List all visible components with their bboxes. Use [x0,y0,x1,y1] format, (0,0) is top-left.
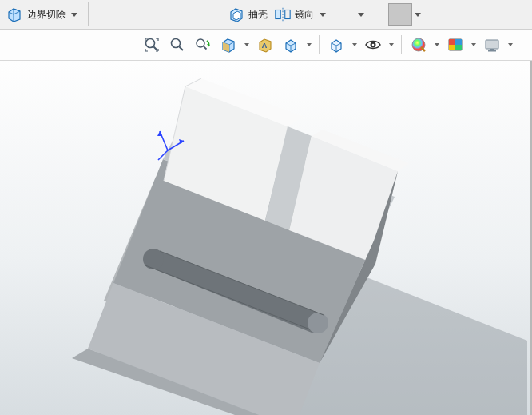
edit-appearance-button[interactable] [407,33,431,57]
hide-show-arrow[interactable] [387,33,396,57]
svg-point-7 [197,39,204,47]
boundary-cut-label: 边界切除 [27,8,66,22]
svg-line-8 [204,46,207,50]
caret-down-icon [244,43,249,46]
caret-down-icon [389,43,394,46]
caret-down-icon [508,43,513,46]
view-settings-arrow[interactable] [506,33,515,57]
dynamic-annotation-button[interactable]: A [253,33,277,57]
caret-down-icon [307,43,312,46]
section-view-arrow[interactable] [242,33,252,57]
hide-show-items-button[interactable] [361,33,385,57]
toolbar-separator [319,35,320,54]
svg-rect-0 [276,10,280,19]
svg-rect-16 [449,45,455,50]
svg-rect-17 [455,45,462,50]
toolbar-separator-2 [401,35,402,54]
swatch-arrow[interactable] [412,2,423,26]
view-orientation-arrow[interactable] [304,33,314,57]
svg-rect-19 [490,49,494,50]
svg-point-22 [308,313,328,333]
zoom-to-fit-button[interactable] [140,33,164,57]
display-style-button[interactable] [324,33,348,57]
caret-down-icon [71,13,77,17]
caret-down-icon [320,13,326,17]
shell-button[interactable]: 抽壳 [224,2,271,26]
model-canvas [0,61,532,415]
svg-point-3 [146,39,155,48]
svg-line-6 [179,46,183,50]
display-style-arrow[interactable] [350,33,359,57]
caret-down-icon [352,43,357,46]
ribbon-arrow-3[interactable] [355,2,367,26]
mirror-label: 镜向 [295,8,314,22]
previous-view-button[interactable] [191,33,215,57]
svg-rect-18 [486,40,498,49]
view-orientation-button[interactable] [279,33,303,57]
caret-down-icon [415,13,421,17]
ribbon-separator [88,2,89,26]
shell-icon [228,6,245,23]
svg-point-11 [372,44,375,46]
boundary-cut-button[interactable]: 边界切除 [3,2,69,26]
color-swatch[interactable] [388,3,412,26]
svg-line-4 [153,46,157,50]
svg-text:A: A [262,42,268,50]
caret-down-icon [471,43,476,46]
apply-scene-button[interactable] [443,33,467,57]
view-settings-button[interactable] [480,33,504,57]
edit-appearance-arrow[interactable] [432,33,442,57]
ribbon-features: 边界切除 抽壳 镜向 [0,0,532,30]
shell-label: 抽壳 [248,8,268,22]
ribbon-arrow-2[interactable] [317,2,328,26]
svg-rect-2 [285,10,290,19]
ribbon-separator-2 [375,2,375,26]
caret-down-icon [358,13,364,17]
section-view-button[interactable] [216,33,240,57]
zoom-to-area-button[interactable] [165,33,189,57]
svg-rect-15 [455,39,462,45]
mirror-button[interactable]: 镜向 [271,2,317,26]
caret-down-icon [435,43,439,46]
svg-rect-20 [488,50,496,52]
apply-scene-arrow[interactable] [469,33,478,57]
svg-point-5 [172,39,181,48]
boundary-cut-icon [6,6,24,23]
graphics-viewport[interactable] [0,61,532,415]
view-toolbar: A [0,30,532,61]
ribbon-arrow-1[interactable] [69,2,80,26]
svg-rect-14 [449,39,455,45]
mirror-icon [274,6,292,23]
